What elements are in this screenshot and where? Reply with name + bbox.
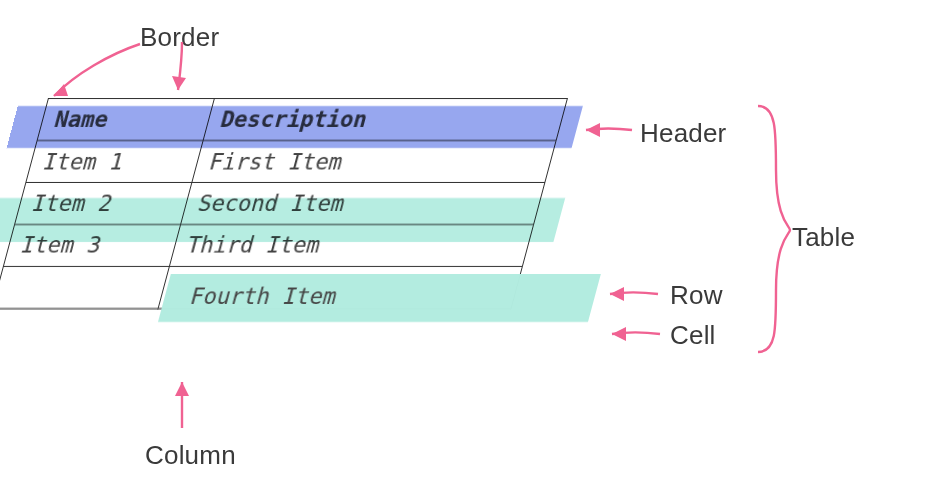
cell-description: First Item [192,141,556,183]
svg-marker-5 [175,382,189,396]
cell-description [158,267,522,309]
table-layer: Name Description Item 1 First Item Item … [0,98,568,309]
svg-marker-2 [586,123,600,137]
label-border: Border [140,22,219,53]
anatomy-table: Name Description Item 1 First Item Item … [0,98,568,309]
arrow-row [600,276,670,316]
arrow-header [576,112,646,152]
cell-name: Item 3 [3,225,180,267]
label-header: Header [640,118,726,149]
header-text-description: Description [218,107,370,132]
svg-marker-4 [612,327,626,341]
svg-marker-3 [610,287,624,301]
cell-description: Third Item [169,225,533,267]
label-row: Row [670,280,723,311]
cell-name: Item 1 [26,141,203,183]
table-row: Item 1 First Item [26,141,556,183]
header-cell-name: Name [37,99,214,141]
label-column: Column [145,440,236,471]
cell-name: Item 2 [15,183,192,225]
cell-name [0,267,169,309]
arrow-cell [602,316,672,356]
svg-marker-1 [172,76,186,90]
table-row: Item 2 Second Item [15,183,545,225]
label-cell: Cell [670,320,716,351]
header-text-name: Name [52,107,112,132]
arrow-column [160,370,220,440]
table-row [0,267,522,309]
cell-description: Second Item [181,183,545,225]
header-cell-description: Description [203,99,567,141]
diagram-stage: Name Description Item 1 First Item Item … [0,0,927,503]
svg-marker-0 [54,84,68,96]
label-table: Table [792,222,855,253]
table-row: Item 3 Third Item [3,225,533,267]
header-row: Name Description [37,99,567,141]
